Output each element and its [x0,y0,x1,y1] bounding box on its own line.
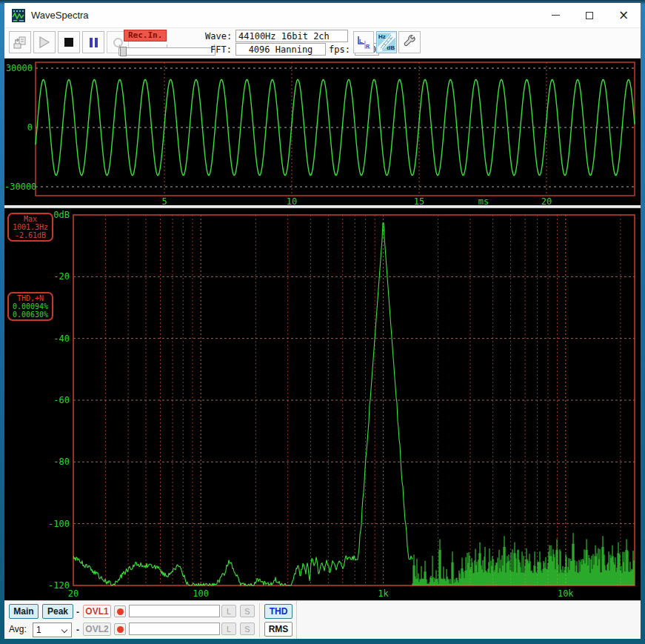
channel-lr-button[interactable]: L R [353,31,374,53]
wave-label: Wave: [205,31,232,42]
spectrum-x-tick: 20 [62,588,84,599]
divider [259,603,260,637]
spectrum-y-label: -40 [37,333,70,344]
play-button[interactable] [33,31,56,53]
hz-db-icon: HzdB [378,33,395,51]
main-button[interactable]: Main [9,604,39,619]
position-slider[interactable] [118,47,215,56]
spectrum-y-label: -60 [37,395,70,405]
ovl1-save-button[interactable]: S [240,605,255,617]
svg-text:R: R [366,44,370,49]
window-frame: WaveSpectra × [0,0,645,644]
svg-text:L: L [359,38,363,44]
avg-select[interactable]: 1 [33,623,72,637]
maximize-icon [586,12,593,19]
title-bar[interactable]: WaveSpectra × [4,3,641,27]
wavespectra-window: WaveSpectra × [4,3,641,639]
rec-in-indicator: Rec.In. [124,30,167,42]
close-button[interactable]: × [606,3,641,27]
ovl2-file-field[interactable] [129,623,220,635]
spectrum-plot [4,208,641,600]
avg-label: Avg: [9,624,27,634]
spectrum-x-tick: 100 [190,588,212,599]
waveform-x-tick: 20 [538,196,555,207]
red-dot-icon [117,626,124,633]
rms-button[interactable]: RMS [264,622,293,637]
divider [296,601,297,639]
minimize-button[interactable] [538,3,572,27]
spectrum-y-label: -20 [37,271,70,282]
slider-thumb[interactable] [120,47,127,56]
wrench-icon [401,34,418,50]
window-title: WaveSpectra [31,10,89,21]
waveform-y-label: 30000 [4,63,33,73]
bottom-control-bar: Main Peak - OVL1 L S THD Avg: 1 - OVL2 L… [4,600,641,639]
output-device-button[interactable] [9,31,31,53]
ovl1-record-button[interactable] [114,605,126,617]
thd-button[interactable]: THD [264,604,293,619]
red-dot-icon [117,608,124,615]
minimize-icon [552,15,560,16]
waveform-plot [4,59,641,205]
waveform-x-tick: 10 [283,196,301,207]
ovl2-record-button[interactable] [114,623,126,635]
dash-separator: - [76,607,79,617]
waveform-x-tick: 15 [410,196,428,207]
thd-value-2: 0.00630% [10,311,50,319]
thd-readout-box: THD,+N 0.00094% 0.00630% [7,292,53,321]
ovl1-file-field[interactable] [129,605,220,617]
max-level: -2.61dB [10,231,50,239]
peak-button[interactable]: Peak [42,604,73,619]
waveform-unit-label: ms [475,196,492,207]
ovl1-load-button[interactable]: L [221,605,236,617]
settings-button[interactable] [398,31,421,53]
max-frequency: 1001.3Hz [10,223,50,231]
avg-value: 1 [36,625,41,635]
spectrum-y-label: -100 [37,519,70,529]
record-icon [113,38,123,47]
stop-button[interactable] [58,31,80,53]
stop-icon [64,38,73,47]
waveform-panel[interactable]: 300000-300005101520ms [4,59,641,205]
wave-format-field[interactable]: 44100Hz 16bit 2ch [235,30,348,42]
fft-label: FFT: [210,44,232,55]
fft-setting-field[interactable]: 4096 Hanning [235,43,326,56]
chevron-down-icon [61,627,67,633]
ovl2-load-button[interactable]: L [221,623,236,635]
ovl1-button[interactable]: OVL1 [83,605,111,618]
waveform-y-label: -30000 [4,182,33,192]
dash-separator: - [76,625,79,635]
hz-db-scale-button[interactable]: HzdB [376,31,397,53]
fps-label: fps: [329,44,350,55]
spectrum-x-tick: 1k [372,588,394,599]
spectrum-panel[interactable]: Max 1001.3Hz -2.61dB THD,+N 0.00094% 0.0… [4,208,641,600]
channel-lr-icon: L R [355,33,372,51]
waveform-x-tick: 5 [156,196,173,207]
spectrum-y-label: 0dB [37,210,70,220]
waveform-y-label: 0 [4,122,33,133]
output-device-icon [13,35,27,50]
thd-title: THD,+N [10,294,50,302]
pause-button[interactable] [82,31,104,53]
maximize-button[interactable] [572,3,606,27]
close-icon: × [618,9,629,21]
thd-value-1: 0.00094% [10,302,50,311]
spectrum-y-label: -80 [37,457,70,467]
ovl2-save-button[interactable]: S [240,623,255,635]
pause-icon [90,38,98,47]
ovl2-button[interactable]: OVL2 [83,623,111,636]
app-icon [12,9,25,22]
spectrum-x-tick: 10k [555,588,577,599]
toolbar: Rec.In. Wave: 44100Hz 16bit 2ch FFT: 409… [4,27,641,59]
play-icon [38,36,51,49]
